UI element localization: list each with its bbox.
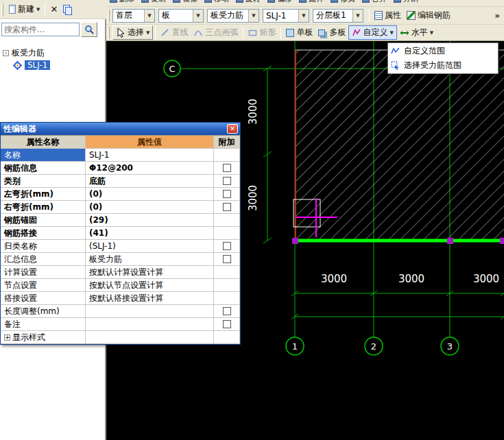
prop-value-cell[interactable] <box>86 318 214 331</box>
toolbar-grip[interactable] <box>108 27 110 39</box>
prop-value-cell[interactable]: 板受力筋 <box>86 253 214 266</box>
prop-value-cell[interactable]: (0) <box>86 201 214 214</box>
prop-name-cell[interactable]: 类别 <box>1 175 86 188</box>
prop-extra-cell[interactable] <box>214 240 240 253</box>
prop-name-cell[interactable]: 归类名称 <box>1 240 86 253</box>
prop-name-cell[interactable]: 搭接设置 <box>1 292 86 305</box>
prop-value-cell[interactable]: (0) <box>86 188 214 201</box>
prop-extra-cell[interactable] <box>214 253 240 266</box>
tree-node-slab-rebar[interactable]: - 板受力筋 <box>3 47 104 59</box>
rebar-grip-handle[interactable] <box>292 238 298 244</box>
extra-checkbox[interactable] <box>223 307 231 315</box>
clipped-toolbar-button[interactable]: 旋转 <box>232 0 264 6</box>
category-combo[interactable]: 板受力筋 ▼ <box>207 9 259 23</box>
clipped-toolbar-button[interactable]: 复制 <box>138 0 169 6</box>
delete-button[interactable]: ✕ <box>47 2 60 17</box>
select-button[interactable]: 选择 ▼ <box>112 25 153 40</box>
single-slab-button[interactable]: 单板 <box>283 25 315 40</box>
chevron-down-icon[interactable]: ▼ <box>146 30 149 36</box>
prop-extra-cell[interactable] <box>214 305 240 318</box>
prop-value-cell[interactable]: 按默认计算设置计算 <box>86 266 214 279</box>
horizontal-button[interactable]: 水平 ▼ <box>397 25 436 40</box>
chevron-down-icon[interactable]: ▼ <box>430 30 433 36</box>
line-tool-button[interactable]: 直线 <box>158 25 191 40</box>
extra-checkbox[interactable] <box>223 177 231 185</box>
component-combo[interactable]: SLJ-1 ▼ <box>263 9 309 23</box>
chevron-down-icon[interactable]: ▼ <box>389 30 393 36</box>
clipped-toolbar-button[interactable]: 镜像 <box>169 0 201 6</box>
attributes-button[interactable]: 属性 <box>372 8 404 23</box>
clipped-toolbar-button[interactable]: 移动 <box>201 0 232 6</box>
prop-extra-cell[interactable] <box>214 318 240 331</box>
multi-slab-button[interactable]: 多板 <box>315 25 348 40</box>
clipped-toolbar-button[interactable]: 分割 <box>390 0 422 6</box>
search-input[interactable] <box>1 23 80 36</box>
clipped-toolbar-button[interactable]: 偏移 <box>264 0 296 6</box>
prop-value-cell[interactable]: 按默认节点设置计算 <box>86 279 214 292</box>
chevron-down-icon[interactable]: ▼ <box>193 10 203 22</box>
new-button[interactable]: 新建 ▼ <box>6 2 43 17</box>
rebar-grip-handle[interactable] <box>447 238 453 244</box>
element-type-combo[interactable]: 板 ▼ <box>158 9 204 23</box>
custom-range-button[interactable]: 自定义 ▼ <box>348 25 396 40</box>
tree-node-slj1[interactable]: SLJ-1 <box>13 59 104 71</box>
three-point-arc-button[interactable]: 三点画弧 <box>191 25 241 40</box>
prop-extra-cell[interactable] <box>214 162 240 175</box>
chevron-down-icon[interactable]: ▼ <box>298 10 309 22</box>
prop-name-cell[interactable]: 名称 <box>1 149 86 162</box>
clipped-toolbar-button[interactable]: 合并 <box>359 0 390 6</box>
prop-value-cell[interactable]: 按默认搭接设置计算 <box>86 292 214 305</box>
copy-button[interactable] <box>60 2 74 17</box>
search-button[interactable] <box>81 22 97 37</box>
prop-name-cell[interactable]: 右弯折(mm) <box>1 201 86 214</box>
prop-value-cell[interactable] <box>86 331 214 344</box>
prop-value-cell[interactable]: 底筋 <box>86 175 214 188</box>
extra-checkbox[interactable] <box>223 164 231 172</box>
menu-item-custom-range[interactable]: 自定义范围 <box>389 44 497 58</box>
extra-checkbox[interactable] <box>223 190 231 198</box>
prop-name-cell[interactable]: 左弯折(mm) <box>1 188 86 201</box>
prop-name-cell[interactable]: 计算设置 <box>1 266 86 279</box>
close-button[interactable]: ✕ <box>227 124 238 134</box>
expand-icon[interactable]: + <box>4 334 10 341</box>
menu-item-select-rebar-range[interactable]: 选择受力筋范围 <box>389 58 497 73</box>
rebar-grip-handle[interactable] <box>500 238 504 244</box>
prop-name-cell[interactable]: 钢筋信息 <box>1 162 86 175</box>
prop-value-cell[interactable]: SLJ-1 <box>86 149 214 162</box>
extra-checkbox[interactable] <box>223 320 231 328</box>
toolbar-grip[interactable] <box>108 10 110 22</box>
prop-value-cell[interactable]: (SLJ-1) <box>86 240 214 253</box>
slab-hatch-region[interactable] <box>295 50 504 241</box>
toolbar-overflow-button[interactable]: » <box>494 11 500 21</box>
chevron-down-icon[interactable]: ▼ <box>36 7 40 12</box>
prop-name-cell[interactable]: 节点设置 <box>1 279 86 292</box>
rectangle-tool-button[interactable]: 矩形 <box>245 25 278 40</box>
prop-extra-cell[interactable] <box>214 201 240 214</box>
prop-name-cell[interactable]: 长度调整(mm) <box>1 305 86 318</box>
collapse-icon[interactable]: - <box>3 50 9 56</box>
prop-name-cell[interactable]: 汇总信息 <box>1 253 86 266</box>
prop-value-cell[interactable]: Φ12@200 <box>86 162 214 175</box>
prop-name-cell[interactable]: 钢筋搭接 <box>1 227 86 240</box>
prop-extra-cell[interactable] <box>214 175 240 188</box>
clipped-toolbar-button[interactable]: 删除 <box>106 0 138 6</box>
prop-name-cell[interactable]: 备注 <box>1 318 86 331</box>
prop-name-cell[interactable]: 钢筋锚固 <box>1 214 86 227</box>
edit-rebar-button[interactable]: 编辑钢筋 <box>404 8 453 23</box>
prop-extra-cell[interactable] <box>214 188 240 201</box>
clipped-toolbar-button[interactable]: 修剪 <box>327 0 359 6</box>
prop-value-cell[interactable] <box>86 305 214 318</box>
property-window-titlebar[interactable]: 性编辑器 ✕ <box>1 123 240 135</box>
floor-combo[interactable]: 首层 ▼ <box>112 9 155 23</box>
extra-checkbox[interactable] <box>223 255 231 263</box>
clipped-toolbar-button[interactable]: 延伸 <box>296 0 327 6</box>
prop-value-cell[interactable]: (29) <box>86 214 214 227</box>
extra-checkbox[interactable] <box>223 242 231 250</box>
toolbar-grip[interactable] <box>1 3 3 16</box>
extra-checkbox[interactable] <box>223 203 231 211</box>
layer-combo[interactable]: 分层板1 ▼ <box>313 9 363 23</box>
chevron-down-icon[interactable]: ▼ <box>352 10 363 22</box>
prop-name-cell[interactable]: +显示样式 <box>1 331 86 344</box>
prop-value-cell[interactable]: (41) <box>86 227 214 240</box>
chevron-down-icon[interactable]: ▼ <box>144 10 154 22</box>
